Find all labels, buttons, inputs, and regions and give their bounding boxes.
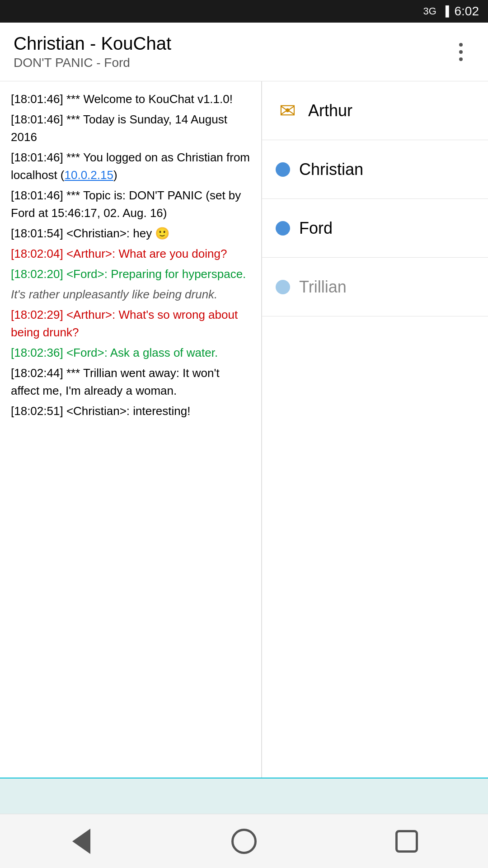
app-bar-subtitle: DON'T PANIC - Ford — [14, 56, 171, 70]
bottom-nav — [0, 814, 488, 868]
menu-dot-1 — [459, 43, 463, 47]
user-avatar-arthur: ✉ — [276, 99, 299, 123]
chat-message-ford-2: [18:02:36] <Ford>: Ask a glass of water. — [11, 344, 250, 362]
overflow-menu-button[interactable] — [447, 38, 474, 66]
envelope-icon: ✉ — [279, 99, 296, 122]
user-dot-christian — [276, 162, 290, 177]
chat-message: [18:01:46] *** Welcome to KouChat v1.1.0… — [11, 90, 250, 108]
chat-message-christian: [18:01:54] <Christian>: hey 🙂 — [11, 225, 250, 242]
user-item-arthur[interactable]: ✉ Arthur — [262, 81, 488, 140]
user-name-trillian: Trillian — [299, 278, 347, 297]
ip-link[interactable]: 10.0.2.15 — [65, 168, 113, 182]
chat-message-arthur-2: [18:02:29] <Arthur>: What's so wrong abo… — [11, 306, 250, 341]
back-button[interactable] — [63, 823, 99, 859]
user-name-arthur: Arthur — [308, 101, 352, 120]
app-bar-title-group: Christian - KouChat DON'T PANIC - Ford — [14, 33, 171, 70]
chat-message-ford: [18:02:20] <Ford>: Preparing for hypersp… — [11, 265, 250, 283]
chat-message: [18:01:46] *** Topic is: DON'T PANIC (se… — [11, 187, 250, 222]
chat-message-christian-2: [18:02:51] <Christian>: interesting! — [11, 402, 250, 420]
chat-message-arthur: [18:02:04] <Arthur>: What are you doing? — [11, 245, 250, 263]
user-dot-trillian — [276, 280, 290, 294]
app-bar: Christian - KouChat DON'T PANIC - Ford — [0, 23, 488, 81]
input-bar[interactable] — [0, 778, 488, 814]
users-panel: ✉ Arthur Christian Ford Trillian — [262, 81, 488, 778]
user-item-christian[interactable]: Christian — [262, 140, 488, 199]
status-bar: 3G ▐ 6:02 — [0, 0, 488, 23]
home-button[interactable] — [226, 823, 262, 859]
recents-button[interactable] — [389, 823, 425, 859]
user-dot-ford — [276, 221, 290, 236]
signal-icon: 3G — [423, 5, 436, 17]
user-item-trillian[interactable]: Trillian — [262, 258, 488, 316]
chat-message-trillian-away: [18:02:44] *** Trillian went away: It wo… — [11, 364, 250, 400]
user-name-ford: Ford — [299, 219, 333, 238]
main-content: [18:01:46] *** Welcome to KouChat v1.1.0… — [0, 81, 488, 778]
chat-panel[interactable]: [18:01:46] *** Welcome to KouChat v1.1.0… — [0, 81, 262, 778]
menu-dot-3 — [459, 57, 463, 61]
chat-message-italic: It's rather unpleasantly like being drun… — [11, 286, 250, 303]
recents-icon — [395, 830, 418, 853]
user-item-ford[interactable]: Ford — [262, 199, 488, 258]
chat-message-login: [18:01:46] *** You logged on as Christia… — [11, 149, 250, 184]
chat-message: [18:01:46] *** Today is Sunday, 14 Augus… — [11, 111, 250, 146]
app-bar-title: Christian - KouChat — [14, 33, 171, 54]
battery-icon: ▐ — [442, 5, 449, 17]
user-name-christian: Christian — [299, 160, 363, 179]
clock: 6:02 — [455, 4, 479, 19]
status-icons: 3G ▐ 6:02 — [423, 4, 479, 19]
menu-dot-2 — [459, 50, 463, 54]
back-icon — [72, 829, 90, 854]
home-icon — [231, 829, 257, 854]
